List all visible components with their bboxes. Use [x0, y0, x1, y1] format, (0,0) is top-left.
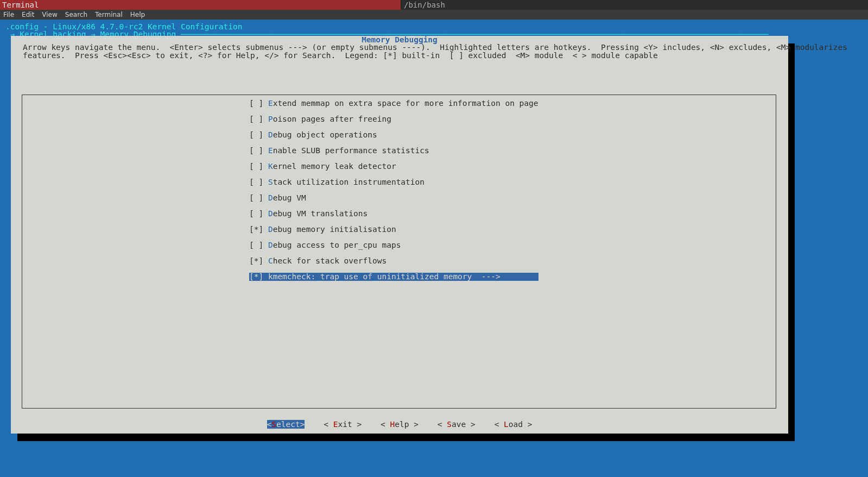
- menu-view[interactable]: View: [42, 10, 57, 20]
- help-button[interactable]: < Help >: [381, 420, 419, 429]
- terminal-area[interactable]: .config - Linux/x86 4.7.0-rc2 Kernel Con…: [0, 20, 868, 477]
- help-line-1: Arrow keys navigate the menu. <Enter> se…: [23, 43, 847, 52]
- select-button[interactable]: <Select>: [267, 420, 305, 429]
- help-text: Arrow keys navigate the menu. <Enter> se…: [23, 43, 776, 60]
- menubar: File Edit View Search Terminal Help: [0, 10, 868, 20]
- exit-button[interactable]: < Exit >: [324, 420, 362, 429]
- option-row-11[interactable]: [*] kmemcheck: trap use of uninitialized…: [249, 273, 538, 281]
- option-row-0[interactable]: [ ] Extend memmap on extra space for mor…: [249, 99, 538, 108]
- panel-shadow-bottom: [17, 434, 795, 441]
- window-title-active: Terminal: [0, 0, 401, 10]
- option-row-2[interactable]: [ ] Debug object operations: [249, 131, 538, 139]
- window-titlebar: Terminal /bin/bash: [0, 0, 868, 10]
- options-box: [ ] Extend memmap on extra space for mor…: [22, 95, 776, 409]
- button-row: <Select> < Exit > < Help > < Save > < Lo…: [11, 420, 788, 429]
- option-row-5[interactable]: [ ] Stack utilization instrumentation: [249, 178, 538, 186]
- menu-terminal[interactable]: Terminal: [95, 10, 123, 20]
- main-panel: Memory Debugging Arrow keys navigate the…: [11, 36, 788, 434]
- menu-edit[interactable]: Edit: [22, 10, 34, 20]
- option-row-8[interactable]: [*] Debug memory initialisation: [249, 225, 538, 234]
- option-row-3[interactable]: [ ] Enable SLUB performance statistics: [249, 147, 538, 155]
- menu-help[interactable]: Help: [130, 10, 145, 20]
- option-row-7[interactable]: [ ] Debug VM translations: [249, 210, 538, 218]
- option-row-4[interactable]: [ ] Kernel memory leak detector: [249, 162, 538, 171]
- panel-shadow-right: [788, 43, 795, 441]
- option-row-10[interactable]: [*] Check for stack overflows: [249, 257, 538, 265]
- help-line-2: features. Press <Esc><Esc> to exit, <?> …: [23, 51, 658, 60]
- option-row-6[interactable]: [ ] Debug VM: [249, 194, 538, 202]
- option-row-9[interactable]: [ ] Debug access to per_cpu maps: [249, 241, 538, 249]
- options-list[interactable]: [ ] Extend memmap on extra space for mor…: [249, 99, 538, 288]
- option-row-1[interactable]: [ ] Poison pages after freeing: [249, 115, 538, 123]
- window-title-path: /bin/bash: [401, 0, 868, 10]
- load-button[interactable]: < Load >: [495, 420, 533, 429]
- menu-file[interactable]: File: [3, 10, 14, 20]
- menu-search[interactable]: Search: [65, 10, 87, 20]
- save-button[interactable]: < Save >: [438, 420, 476, 429]
